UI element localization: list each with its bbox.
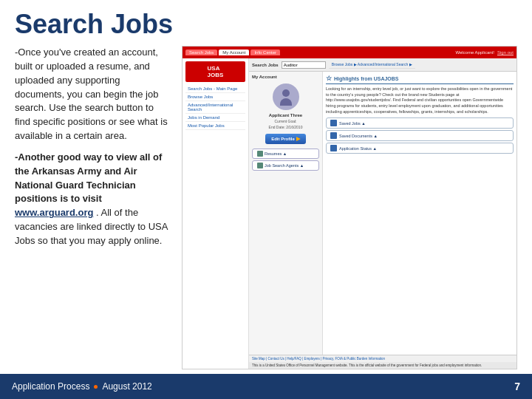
ss-highlights-text: Looking for an internship, entry level j… bbox=[326, 86, 514, 115]
ss-main: Search Jobs Browse Jobs ▶ Advanced/Inter… bbox=[249, 58, 516, 369]
ss-menu-popular[interactable]: Most Popular Jobs bbox=[185, 122, 245, 130]
ss-tab-search[interactable]: Search Jobs bbox=[185, 50, 217, 55]
edit-profile-arrow-icon: ▶ bbox=[296, 136, 300, 142]
avatar-head bbox=[282, 89, 290, 97]
ss-menu-advanced[interactable]: Advanced/International Search bbox=[185, 101, 245, 114]
bottom-bar-page-number: 7 bbox=[514, 381, 520, 392]
avatar-figure bbox=[279, 89, 293, 104]
ss-signout[interactable]: Sign out bbox=[497, 50, 514, 55]
bottom-bar-dot bbox=[94, 385, 98, 389]
screenshot-panel: Search Jobs My Account Info Center Welco… bbox=[182, 46, 517, 369]
ss-profile-area: My Account Applicant Three Curren bbox=[249, 72, 516, 355]
usajobs-screenshot: Search Jobs My Account Info Center Welco… bbox=[183, 47, 516, 369]
bottom-bar-left: Application Process August 2012 bbox=[12, 381, 152, 392]
ss-browse-links: Browse Jobs ▶ Advanced/International Sea… bbox=[329, 61, 415, 69]
ss-topbar: Search Jobs My Account Info Center Welco… bbox=[183, 47, 516, 58]
avatar-body bbox=[280, 98, 292, 106]
bottom-bar-date: August 2012 bbox=[102, 381, 151, 392]
application-status-btn[interactable]: Application Status ▲ bbox=[326, 143, 514, 154]
ss-search-input[interactable] bbox=[282, 61, 326, 69]
ss-highlights-title: ☆ Highlights from USAJOBS bbox=[326, 75, 514, 84]
ss-menu-search-main[interactable]: Search Jobs - Main Page bbox=[185, 85, 245, 93]
paragraph-2-bold: -Another good way to view all of the Ark… bbox=[15, 151, 162, 205]
page-title: Search Jobs bbox=[15, 9, 517, 40]
bottom-bar: Application Process August 2012 7 bbox=[0, 374, 532, 399]
slide-container: Search Jobs -Once you've created an acco… bbox=[0, 0, 532, 399]
ss-footer-notice: This is a United States Office of Person… bbox=[249, 362, 516, 369]
ss-sidebar: USAJOBS Search Jobs - Main Page Browse J… bbox=[183, 58, 249, 369]
ss-searchbar: Search Jobs Browse Jobs ▶ Advanced/Inter… bbox=[249, 58, 516, 72]
ss-account-title: My Account bbox=[252, 75, 277, 79]
main-content: -Once you've created an account, built o… bbox=[0, 46, 532, 399]
ss-logo: USAJOBS bbox=[185, 61, 245, 82]
ss-action-buttons: Resumes ▲ Job Search Agents ▲ bbox=[252, 149, 319, 171]
agents-icon bbox=[257, 163, 263, 168]
ss-welcome: Welcome Applicant! Sign out bbox=[455, 50, 514, 55]
ss-menu-demand[interactable]: Jobs in Demand bbox=[185, 114, 245, 122]
ss-user-name: Applicant Three bbox=[269, 113, 302, 117]
ss-tab-account[interactable]: My Account bbox=[219, 50, 249, 55]
ss-right-actions: Saved Jobs ▲ Saved Documents ▲ Applicati… bbox=[326, 117, 514, 154]
ss-search-label: Search Jobs bbox=[252, 63, 279, 67]
saved-docs-icon bbox=[330, 132, 337, 139]
app-status-icon bbox=[330, 145, 337, 151]
paragraph-1: -Once you've created an account, built o… bbox=[15, 46, 170, 143]
edit-profile-button[interactable]: Edit Profile ▶ bbox=[265, 134, 306, 144]
ss-menu-browse[interactable]: Browse Jobs bbox=[185, 93, 245, 101]
ss-account-block: My Account Applicant Three Curren bbox=[249, 72, 323, 355]
ss-resumes-btn[interactable]: Resumes ▲ bbox=[252, 149, 319, 159]
saved-jobs-btn[interactable]: Saved Jobs ▲ bbox=[326, 117, 514, 129]
bottom-bar-app-process: Application Process bbox=[12, 381, 89, 392]
ss-current-goal-label: Current Goal: bbox=[274, 119, 296, 123]
avatar bbox=[273, 83, 299, 110]
saved-jobs-icon bbox=[330, 120, 337, 126]
ss-inner: USAJOBS Search Jobs - Main Page Browse J… bbox=[183, 58, 516, 369]
paragraph-2: -Another good way to view all of the Ark… bbox=[15, 151, 170, 248]
left-panel: -Once you've created an account, built o… bbox=[15, 46, 170, 369]
ss-goal-value: End Date: 2/16/2010 bbox=[269, 125, 303, 129]
ss-right-block: ☆ Highlights from USAJOBS Looking for an… bbox=[323, 72, 516, 355]
arguard-link[interactable]: www.arguard.org bbox=[15, 207, 93, 218]
ss-footer-links: Site Map | Contact Us | Help/FAQ | Emplo… bbox=[249, 355, 516, 362]
highlights-icon: ☆ bbox=[326, 75, 332, 82]
ss-tab-info[interactable]: Info Center bbox=[250, 50, 280, 55]
resumes-icon bbox=[257, 151, 263, 157]
saved-documents-btn[interactable]: Saved Documents ▲ bbox=[326, 130, 514, 141]
ss-job-search-agents-btn[interactable]: Job Search Agents ▲ bbox=[252, 160, 319, 171]
ss-tabs: Search Jobs My Account Info Center bbox=[185, 50, 280, 55]
header: Search Jobs bbox=[0, 0, 532, 46]
